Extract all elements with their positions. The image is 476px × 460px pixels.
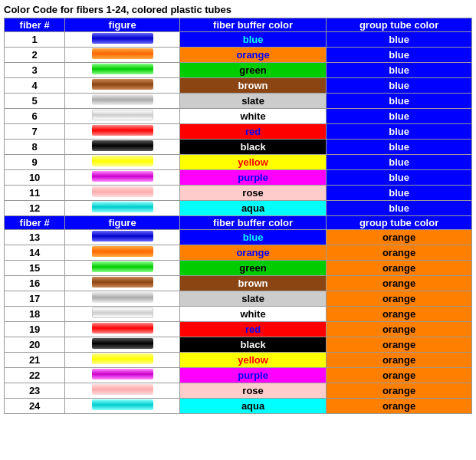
fiber-buffer-color: black [180,337,327,353]
fiber-number: 19 [5,322,65,337]
fiber-buffer-color: slate [180,291,327,307]
fiber-figure [65,399,180,414]
group-tube-color: orange [327,291,472,307]
fiber-figure [65,383,180,399]
fiber-figure [65,261,180,276]
fiber-figure [65,322,180,337]
table-row: 12aquablue [5,201,472,216]
fiber-figure-swatch [92,292,153,303]
fiber-buffer-color: green [180,261,327,276]
fiber-figure-swatch [92,399,153,410]
fiber-buffer-color: black [180,140,327,155]
col-figure-header: figure [65,18,180,32]
fiber-number: 12 [5,201,65,216]
table-row: 4brownblue [5,78,472,94]
table-row: 24aquaorange [5,399,472,414]
fiber-buffer-color: red [180,124,327,140]
fiber-number: 15 [5,261,65,276]
fiber-number: 16 [5,276,65,291]
table-row: 5slateblue [5,94,472,109]
group-tube-color: orange [327,322,472,337]
fiber-figure [65,155,180,170]
fiber-figure [65,201,180,216]
table-row: 17slateorange [5,291,472,307]
group-tube-color: blue [327,140,472,155]
fiber-number: 8 [5,140,65,155]
fiber-buffer-color: white [180,307,327,322]
fiber-buffer-color: white [180,109,327,124]
fiber-buffer-color: brown [180,276,327,291]
fiber-buffer-color: brown [180,78,327,94]
col-fiberbuffer-header2: fiber buffer color [180,216,327,230]
fiber-figure [65,124,180,140]
fiber-figure-swatch [92,384,153,395]
fiber-number: 2 [5,48,65,63]
fiber-figure-swatch [92,353,153,364]
group-tube-color: blue [327,109,472,124]
fiber-figure-swatch [92,171,153,182]
fiber-figure-swatch [92,202,153,212]
fiber-figure-swatch [92,186,153,197]
group-tube-color: blue [327,170,472,186]
fiber-figure [65,291,180,307]
group-tube-color: orange [327,337,472,353]
fiber-number: 11 [5,186,65,201]
fiber-buffer-color: yellow [180,353,327,368]
fiber-buffer-color: red [180,322,327,337]
table-row: 6whiteblue [5,109,472,124]
group-tube-color: blue [327,124,472,140]
fiber-number: 5 [5,94,65,109]
fiber-figure [65,32,180,48]
fiber-number: 10 [5,170,65,186]
fiber-figure-swatch [92,125,153,136]
fiber-number: 20 [5,337,65,353]
table-row: 22purpleorange [5,368,472,383]
fiber-buffer-color: blue [180,32,327,48]
group-tube-color: blue [327,201,472,216]
fiber-buffer-color: orange [180,245,327,261]
fiber-figure-swatch [92,246,153,257]
fiber-buffer-color: green [180,63,327,78]
fiber-buffer-color: rose [180,383,327,399]
fiber-figure [65,48,180,63]
fiber-figure [65,140,180,155]
col-fiber-header2: fiber # [5,216,65,230]
page-title: Color Code for fibers 1-24, colored plas… [4,4,472,15]
fiber-figure [65,245,180,261]
fiber-figure [65,94,180,109]
header-row-1: fiber # figure fiber buffer color group … [5,18,472,32]
fiber-figure [65,170,180,186]
fiber-table: fiber # figure fiber buffer color group … [4,18,472,414]
fiber-figure [65,353,180,368]
fiber-figure-swatch [92,277,153,288]
group-tube-color: orange [327,245,472,261]
fiber-buffer-color: orange [180,48,327,63]
group-tube-color: orange [327,276,472,291]
table-row: 16brownorange [5,276,472,291]
group-tube-color: orange [327,353,472,368]
fiber-figure [65,368,180,383]
group-tube-color: blue [327,155,472,170]
header-row-2: fiber #figurefiber buffer colorgroup tub… [5,216,472,230]
fiber-figure-swatch [92,323,153,334]
fiber-figure-swatch [92,156,153,166]
fiber-figure-swatch [92,33,153,44]
fiber-number: 6 [5,109,65,124]
fiber-figure [65,307,180,322]
group-tube-color: blue [327,32,472,48]
group-tube-color: blue [327,63,472,78]
group-tube-color: blue [327,78,472,94]
fiber-figure [65,276,180,291]
fiber-buffer-color: aqua [180,201,327,216]
fiber-buffer-color: aqua [180,399,327,414]
fiber-figure-swatch [92,48,153,59]
fiber-figure [65,78,180,94]
fiber-figure [65,186,180,201]
fiber-buffer-color: slate [180,94,327,109]
fiber-figure-swatch [92,338,153,349]
table-row: 13blueorange [5,230,472,245]
table-row: 7redblue [5,124,472,140]
fiber-number: 21 [5,353,65,368]
fiber-buffer-color: blue [180,230,327,245]
fiber-figure-swatch [92,94,153,105]
